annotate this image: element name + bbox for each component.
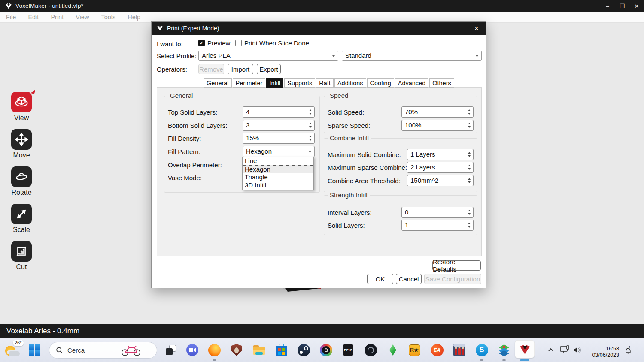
max-solid-combine-spinbox[interactable]: 1 Layers [407,149,474,160]
epic-games-icon[interactable]: EPIC [342,344,355,356]
move-tool-button[interactable] [11,129,32,150]
dropdown-option-line[interactable]: Line [243,157,313,165]
preview-checkbox[interactable]: ✓ Preview [198,39,230,47]
spin-up-icon[interactable] [468,109,471,111]
solid-layers-spinbox[interactable]: 1 [401,220,474,231]
f1-game-tile-icon[interactable] [453,344,466,356]
spin-down-icon[interactable] [309,139,312,141]
scale-tool-button[interactable] [11,204,32,224]
spin-down-icon[interactable] [309,113,312,115]
restore-defaults-button[interactable]: Restore Defaults [432,260,481,271]
combine-area-threshold-spinbox[interactable]: 150mm^2 [407,175,474,186]
spin-down-icon[interactable] [468,226,471,228]
search-input[interactable] [67,347,119,354]
view-tool-button[interactable] [11,92,32,112]
profile-select[interactable]: Aries PLA [198,51,338,61]
chat-bubble-icon [186,344,198,356]
tab-perimeter[interactable]: Perimeter [233,78,266,88]
print-dialog: Print (Expert Mode) ✕ I want to: ✓ Previ… [151,21,486,288]
restore-button[interactable]: ❐ [615,0,629,12]
spin-down-icon[interactable] [309,126,312,128]
firefox-icon[interactable] [208,344,221,356]
fill-pattern-combobox[interactable]: Hexagon [243,146,315,157]
print-when-slice-done-checkbox[interactable]: Print When Slice Done [235,39,309,47]
tab-infill[interactable]: Infill [266,78,283,88]
dropdown-option-hexagon[interactable]: Hexagon [243,165,313,173]
menu-help[interactable]: Help [122,14,146,21]
ea-icon[interactable]: EA [431,344,444,356]
cancel-button[interactable]: Cancel [396,274,422,284]
spin-up-icon[interactable] [309,123,312,124]
interval-layers-spinbox[interactable]: 0 [401,207,474,218]
tab-raft[interactable]: Raft [316,78,334,88]
minimize-button[interactable]: – [600,0,615,12]
spin-down-icon[interactable] [468,113,471,115]
cut-tool-button[interactable] [11,241,32,262]
steam-icon[interactable] [297,344,310,356]
export-button[interactable]: Export [257,64,281,74]
preview-checkbox-box[interactable]: ✓ [198,40,205,46]
dropdown-option-triangle[interactable]: Triangle [243,173,313,181]
dialog-close-icon[interactable]: ✕ [471,22,483,35]
game-shield-icon[interactable] [230,344,243,356]
quality-select[interactable]: Standard [342,51,482,61]
fill-density-spinbox[interactable]: 15% [243,133,315,144]
the-sims-plumbob-icon[interactable] [386,344,399,356]
tab-supports[interactable]: Supports [284,78,315,88]
rockstar-games-icon[interactable]: R★ [408,344,421,356]
start-button[interactable] [28,344,41,356]
menu-tools[interactable]: Tools [95,14,122,21]
import-button[interactable]: Import [228,64,253,74]
menu-edit[interactable]: Edit [22,14,45,21]
voxelmaker-taskbar-button[interactable] [515,340,535,358]
tab-others[interactable]: Others [429,78,454,88]
print-when-checkbox-box[interactable] [235,40,242,46]
task-view-button[interactable] [164,344,177,356]
tab-additions[interactable]: Additions [334,78,366,88]
tray-clock[interactable]: 16:58 03/06/2023 [584,346,619,359]
spin-down-icon[interactable] [468,155,471,157]
spin-up-icon[interactable] [468,223,471,224]
tray-network-icon[interactable] [558,344,571,356]
spin-up-icon[interactable] [468,165,471,166]
tab-cooling[interactable]: Cooling [367,78,394,88]
spin-down-icon[interactable] [468,181,471,183]
tray-volume-icon[interactable] [571,344,584,356]
tab-general[interactable]: General [204,78,232,88]
top-solid-layers-spinbox[interactable]: 4 [243,106,315,118]
weather-widget[interactable]: 26° [3,341,26,359]
tray-chevron-up-icon[interactable] [544,344,557,356]
file-explorer-icon[interactable] [252,344,265,356]
ubisoft-connect-icon[interactable] [319,344,332,356]
spin-down-icon[interactable] [468,126,471,128]
menu-file[interactable]: File [0,14,22,21]
ok-button[interactable]: OK [367,274,393,284]
tray-notification-bell-icon[interactable]: z [622,344,635,356]
sparse-speed-spinbox[interactable]: 100% [401,120,474,131]
dialog-titlebar[interactable]: Print (Expert Mode) ✕ [152,22,486,35]
spin-down-icon[interactable] [468,168,471,170]
tab-advanced[interactable]: Advanced [395,78,429,88]
spin-down-icon[interactable] [468,213,471,215]
spin-up-icon[interactable] [468,152,471,154]
spin-up-icon[interactable] [468,210,471,211]
close-button[interactable]: ✕ [629,0,644,12]
skype-icon[interactable]: S [475,344,488,356]
solid-speed-spinbox[interactable]: 70% [401,106,474,118]
rotate-tool-button[interactable] [11,166,32,187]
menu-view[interactable]: View [70,14,95,21]
dropdown-option-3d-infill[interactable]: 3D Infill [243,181,313,190]
spin-up-icon[interactable] [468,178,471,180]
bluestacks-running-dot [502,359,506,361]
game-dark-circle-icon[interactable] [364,344,377,356]
spin-up-icon[interactable] [309,109,312,111]
microsoft-store-icon[interactable] [275,344,288,356]
spin-up-icon[interactable] [468,123,471,124]
bottom-solid-layers-spinbox[interactable]: 3 [243,120,315,131]
taskbar-search[interactable] [49,342,157,359]
max-sparse-combine-spinbox[interactable]: 2 Layers [407,162,474,173]
spin-up-icon[interactable] [309,136,312,137]
chat-button[interactable] [186,344,199,356]
bluestacks-icon[interactable] [498,344,510,356]
menu-print[interactable]: Print [45,14,70,21]
